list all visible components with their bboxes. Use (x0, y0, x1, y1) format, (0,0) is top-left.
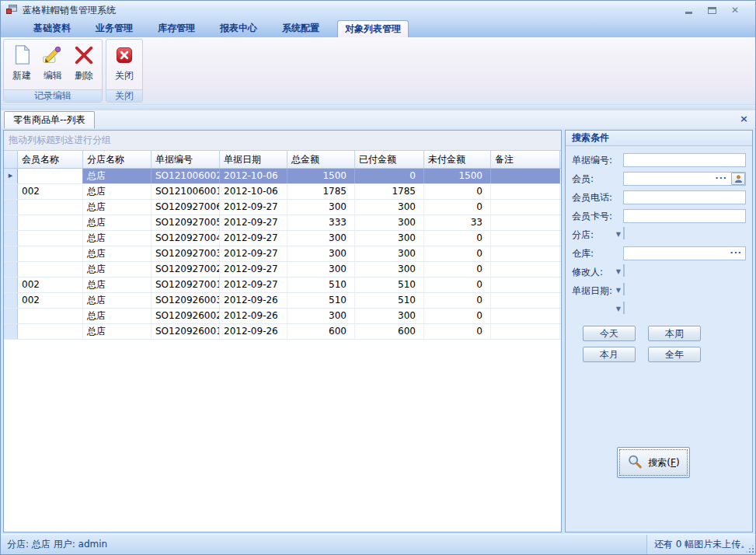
cell-member (18, 309, 83, 323)
delete-button[interactable]: 删除 (68, 41, 99, 89)
window-title: 蓝格鞋帽销售管理系统 (23, 4, 116, 17)
branch-select[interactable]: ▼ (623, 227, 625, 239)
this-week-button[interactable]: 本周 (648, 326, 701, 341)
column-header-branch[interactable]: 分店名称 (83, 151, 152, 168)
new-button[interactable]: 新建 (6, 41, 37, 89)
close-tab-button[interactable]: 关闭 (109, 41, 140, 89)
warehouse-label: 仓库: (572, 247, 623, 260)
member-phone-label: 会员电话: (572, 191, 623, 204)
resize-grip[interactable] (744, 543, 755, 554)
today-button[interactable]: 今天 (583, 326, 636, 341)
cell-paid: 0 (355, 169, 424, 183)
cell-branch: 总店 (83, 200, 152, 215)
table-row[interactable]: 总店 SO120927006 2012-09-27 300 300 0 (4, 200, 561, 215)
table-row[interactable]: 总店 SO120927005 2012-09-27 333 300 33 (4, 215, 561, 231)
menu-tab-object-list-active[interactable]: 对象列表管理 (337, 20, 409, 37)
order-date-from-select[interactable]: ▼ (623, 283, 625, 295)
search-button-label: 搜索(F) (648, 456, 679, 469)
warehouse-input[interactable] (623, 246, 746, 260)
order-no-input[interactable] (623, 153, 746, 167)
order-no-label: 单据编号: (572, 154, 623, 167)
cell-branch: 总店 (83, 324, 152, 339)
row-indicator (4, 293, 18, 308)
table-row[interactable]: 002 总店 SO121006001 2012-10-06 1785 1785 … (4, 184, 561, 200)
modifier-select[interactable]: ▼ (623, 264, 625, 277)
table-row[interactable]: 总店 SO120926002 2012-09-26 300 300 0 (4, 309, 561, 324)
cell-date: 2012-09-27 (220, 246, 287, 261)
cell-note (491, 324, 560, 339)
cell-member (18, 262, 83, 277)
warehouse-ellipsis-icon[interactable]: ··· (730, 248, 742, 259)
cell-paid: 300 (355, 231, 424, 246)
member-card-input[interactable] (623, 209, 746, 223)
menu-tab-basic-data[interactable]: 基础资料 (26, 19, 78, 37)
edit-button[interactable]: 编辑 (37, 41, 68, 89)
field-member-card: 会员卡号: (572, 209, 746, 223)
table-row[interactable]: 总店 SO120927004 2012-09-27 300 300 0 (4, 231, 561, 246)
member-ellipsis-icon[interactable]: ··· (715, 173, 727, 184)
search-button[interactable]: 搜索(F) (617, 447, 690, 478)
cell-date: 2012-09-27 (220, 278, 287, 292)
document-tab-retail-list[interactable]: 零售商品单--列表 (4, 111, 95, 128)
cell-paid: 510 (355, 293, 424, 308)
cell-member: 002 (18, 278, 83, 292)
maximize-icon[interactable] (707, 5, 716, 15)
close-icon[interactable]: ✕ (730, 5, 740, 15)
member-phone-input[interactable] (623, 190, 746, 204)
table-row[interactable]: 总店 SO120926001 2012-09-26 600 600 0 (4, 324, 561, 340)
search-panel-title: 搜索条件 (566, 131, 752, 146)
cell-unpaid: 33 (424, 215, 491, 230)
column-header-unpaid[interactable]: 未付金额 (424, 151, 491, 168)
column-header-total[interactable]: 总金额 (287, 151, 355, 168)
menu-tab-reports[interactable]: 报表中心 (213, 19, 264, 37)
menu-tab-inventory[interactable]: 库存管理 (151, 19, 202, 37)
cell-member: 002 (18, 293, 83, 308)
order-date-to-select[interactable]: ▼ (623, 302, 625, 314)
ribbon-group-label-record-edit: 记录编辑 (4, 89, 102, 102)
member-input[interactable] (623, 172, 746, 186)
this-month-button[interactable]: 本月 (583, 347, 636, 362)
chevron-down-icon: ▼ (616, 232, 621, 238)
menu-tab-business[interactable]: 业务管理 (89, 19, 140, 37)
whole-year-button[interactable]: 全年 (648, 347, 701, 362)
table-row[interactable]: 总店 SO120927003 2012-09-27 300 300 0 (4, 246, 561, 262)
cell-order-no: SO120926001 (152, 324, 220, 339)
cell-paid: 300 (355, 246, 424, 261)
tabstrip-close-icon[interactable]: × (740, 113, 748, 124)
title-bar: 蓝格鞋帽销售管理系统 ✕ (1, 1, 755, 19)
column-header-date[interactable]: 单据日期 (220, 151, 287, 168)
cell-order-no: SO121006001 (152, 184, 220, 199)
cell-member (18, 169, 83, 183)
cell-order-no: SO120927001 (152, 278, 220, 292)
column-header-order-no[interactable]: 单据编号 (152, 151, 220, 168)
cell-note (491, 200, 560, 215)
column-header-member[interactable]: 会员名称 (18, 151, 83, 168)
minimize-icon[interactable] (684, 5, 693, 15)
cell-paid: 300 (355, 200, 424, 215)
cell-date: 2012-09-26 (220, 309, 287, 323)
delete-button-label: 删除 (75, 69, 93, 82)
menu-tab-system-config[interactable]: 系统配置 (275, 19, 326, 37)
row-indicator (4, 309, 18, 323)
table-row[interactable]: 总店 SO120927002 2012-09-27 300 300 0 (4, 262, 561, 278)
group-by-band: 拖动列标题到这进行分组 (4, 131, 561, 151)
cell-total: 510 (287, 278, 355, 292)
cell-total: 600 (287, 324, 355, 339)
cell-paid: 600 (355, 324, 424, 339)
column-header-note[interactable]: 备注 (491, 151, 560, 168)
app-icon (5, 3, 18, 18)
cell-date: 2012-10-06 (220, 169, 287, 183)
status-branch-user: 分店: 总店 用户: admin (1, 538, 107, 551)
member-picker-button[interactable] (731, 173, 745, 185)
table-row[interactable]: 002 总店 SO120927001 2012-09-27 510 510 0 (4, 278, 561, 293)
column-header-paid[interactable]: 已付金额 (355, 151, 424, 168)
grid-header-row: 会员名称 分店名称 单据编号 单据日期 总金额 已付金额 未付金额 备注 (4, 151, 561, 169)
cell-unpaid: 1500 (424, 169, 491, 183)
cell-member (18, 324, 83, 339)
grid-corner-cell (4, 151, 18, 168)
cell-order-no: SO121006002 (152, 169, 220, 183)
table-row[interactable]: 002 总店 SO120926003 2012-09-26 510 510 0 (4, 293, 561, 309)
table-row[interactable]: 总店 SO121006002 2012-10-06 1500 0 1500 (4, 169, 561, 184)
cell-note (491, 262, 560, 277)
orders-grid-panel: 拖动列标题到这进行分组 会员名称 分店名称 单据编号 单据日期 总金额 已付金额… (3, 130, 562, 532)
